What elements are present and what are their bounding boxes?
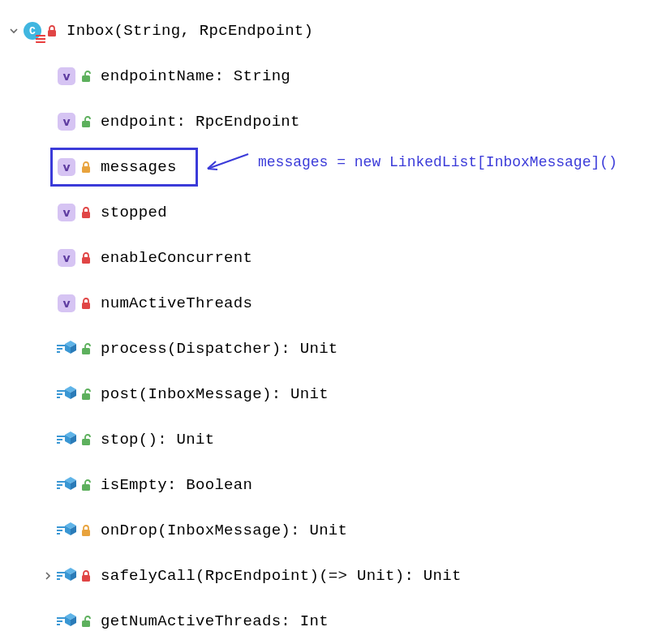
svg-rect-0 <box>48 30 56 36</box>
annotation: messages = new LinkedList[InboxMessage](… <box>201 149 617 175</box>
member-label: enableConcurrent <box>101 249 252 267</box>
svg-rect-1 <box>82 75 90 82</box>
field-row[interactable]: vendpointName: String <box>0 54 662 99</box>
method-row[interactable]: stop(): Unit <box>0 417 662 462</box>
class-label: Inbox(String, RpcEndpoint) <box>67 22 313 40</box>
method-icon <box>57 384 76 404</box>
method-icon <box>57 612 76 631</box>
field-row[interactable]: venableConcurrent <box>0 235 662 281</box>
lock-icon <box>78 388 94 401</box>
method-row[interactable]: post(InboxMessage): Unit <box>0 371 662 417</box>
field-row[interactable]: vstopped <box>0 190 662 235</box>
member-label: getNumActiveThreads: Int <box>101 612 329 630</box>
lock-icon <box>78 524 94 537</box>
svg-rect-6 <box>82 257 90 264</box>
lock-icon <box>78 115 94 128</box>
field-row[interactable]: vendpoint: RpcEndpoint <box>0 99 662 144</box>
member-label: safelyCall(RpcEndpoint)(=> Unit): Unit <box>101 567 462 585</box>
val-icon: v <box>57 294 76 313</box>
svg-rect-3 <box>82 166 90 173</box>
svg-rect-7 <box>82 303 90 309</box>
member-label: stop(): Unit <box>101 431 214 449</box>
field-row[interactable]: vmessagesmessages = new LinkedList[Inbox… <box>0 144 662 190</box>
member-label: endpoint: RpcEndpoint <box>101 113 300 131</box>
lock-icon <box>78 342 94 355</box>
method-row[interactable]: onDrop(InboxMessage): Unit <box>0 508 662 553</box>
lock-icon <box>78 297 94 310</box>
val-icon: v <box>57 203 76 222</box>
class-icon: C <box>23 21 42 41</box>
lock-icon <box>78 206 94 219</box>
field-row[interactable]: vnumActiveThreads <box>0 281 662 326</box>
lock-icon <box>78 479 94 492</box>
lock-icon <box>78 615 94 628</box>
member-label: post(InboxMessage): Unit <box>101 385 329 403</box>
member-label: messages <box>101 158 177 176</box>
chevron-down-icon[interactable] <box>5 26 23 36</box>
method-icon <box>57 475 76 495</box>
svg-rect-8 <box>82 348 90 354</box>
method-row[interactable]: safelyCall(RpcEndpoint)(=> Unit): Unit <box>0 553 662 599</box>
lock-icon <box>78 70 94 83</box>
method-icon <box>57 521 76 540</box>
member-label: onDrop(InboxMessage): Unit <box>101 522 347 539</box>
svg-rect-9 <box>82 393 90 400</box>
lock-icon <box>78 569 94 582</box>
val-icon: v <box>57 112 76 131</box>
method-icon <box>57 566 76 586</box>
svg-rect-11 <box>82 484 90 491</box>
val-icon: v <box>57 67 76 86</box>
lock-icon <box>78 161 94 174</box>
method-row[interactable]: isEmpty: Boolean <box>0 462 662 508</box>
annotation-text: messages = new LinkedList[InboxMessage](… <box>258 154 617 170</box>
svg-rect-14 <box>82 620 90 627</box>
svg-rect-5 <box>82 212 90 218</box>
svg-rect-13 <box>82 575 90 582</box>
val-icon: v <box>57 157 76 177</box>
method-icon <box>57 430 76 449</box>
member-label: isEmpty: Boolean <box>101 476 252 494</box>
member-label: numActiveThreads <box>101 294 252 312</box>
svg-rect-2 <box>82 121 90 127</box>
class-row[interactable]: C Inbox(String, RpcEndpoint) <box>0 8 662 54</box>
svg-line-4 <box>208 154 248 169</box>
lock-icon <box>44 24 60 37</box>
member-label: process(Dispatcher): Unit <box>101 340 338 358</box>
svg-rect-12 <box>82 530 90 536</box>
method-icon <box>57 339 76 358</box>
lock-icon <box>78 251 94 264</box>
lock-icon <box>78 433 94 446</box>
arrow-icon <box>201 149 250 175</box>
method-row[interactable]: getNumActiveThreads: Int <box>0 599 662 644</box>
member-label: endpointName: String <box>101 67 290 85</box>
chevron-right-icon[interactable] <box>39 571 57 581</box>
member-label: stopped <box>101 204 167 221</box>
method-row[interactable]: process(Dispatcher): Unit <box>0 326 662 371</box>
structure-tree: C Inbox(String, RpcEndpoint) vendpointNa… <box>0 8 662 644</box>
svg-rect-10 <box>82 439 90 445</box>
val-icon: v <box>57 248 76 268</box>
